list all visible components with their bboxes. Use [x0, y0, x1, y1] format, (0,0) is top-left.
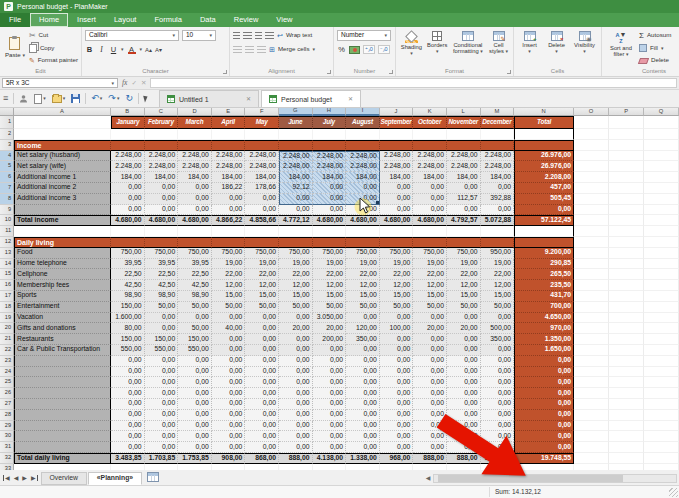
align-right-icon[interactable]	[255, 32, 262, 39]
cell-I28[interactable]: 0,00	[346, 410, 380, 421]
cell-E20[interactable]: 40,00	[212, 323, 246, 334]
cell-F18[interactable]: 50,00	[245, 302, 279, 313]
cell-M28[interactable]: 0,00	[481, 410, 515, 421]
row-header-4[interactable]: 4	[0, 151, 14, 162]
cell-J8[interactable]: 0,00	[380, 194, 414, 205]
row-header-9[interactable]: 9	[0, 205, 14, 216]
cell-D12[interactable]	[178, 237, 212, 248]
cell-D31[interactable]: 0,00	[178, 442, 212, 453]
row-header-7[interactable]: 7	[0, 183, 14, 194]
cell-J29[interactable]: 0,00	[380, 421, 414, 432]
cell-P16[interactable]	[609, 280, 644, 291]
cell-D8[interactable]: 0,00	[178, 194, 212, 205]
font-name-select[interactable]: Calibri▾	[85, 30, 179, 41]
cell-O25[interactable]	[574, 377, 609, 388]
cell-L11[interactable]	[447, 226, 481, 237]
cell-J22[interactable]: 0,00	[380, 345, 414, 356]
cell-L12[interactable]	[447, 237, 481, 248]
cell-N29[interactable]: 0,00	[514, 421, 574, 432]
cell-M5[interactable]: 2.248,00	[481, 161, 515, 172]
cell-D11[interactable]	[178, 226, 212, 237]
cell-B21[interactable]: 150,00	[111, 334, 145, 345]
row-label-8[interactable]: Additional income 3	[14, 194, 111, 205]
cell-Q18[interactable]	[644, 302, 679, 313]
cell-B32[interactable]: 3.483,85	[111, 453, 145, 464]
row-header-26[interactable]: 26	[0, 388, 14, 399]
cell-Q23[interactable]	[644, 356, 679, 367]
cell-C12[interactable]	[145, 237, 179, 248]
cell-H10[interactable]: 4.680,00	[313, 215, 347, 226]
cell-D15[interactable]: 22,50	[178, 269, 212, 280]
cell-styles-button[interactable]: ✎ Cellstyles ▾	[487, 29, 510, 67]
cell-H25[interactable]: 0,00	[313, 377, 347, 388]
row-label-4[interactable]: Net salary (husband)	[14, 151, 111, 162]
cell-O4[interactable]	[574, 151, 609, 162]
cell-E2[interactable]	[212, 129, 246, 140]
row-header-1[interactable]: 1	[0, 116, 14, 129]
cell-C15[interactable]: 22,50	[145, 269, 179, 280]
redo-button[interactable]: ↷▾	[105, 90, 122, 107]
conditional-formatting-button[interactable]: Conditionalformatting ▾	[451, 29, 485, 67]
month-header-february[interactable]: February	[145, 116, 179, 129]
cell-F19[interactable]: 0,00	[245, 313, 279, 324]
cell-L10[interactable]: 4.792,57	[447, 215, 481, 226]
recalculate-button[interactable]: ↻	[122, 90, 136, 107]
cell-K12[interactable]	[413, 237, 447, 248]
cell-Q17[interactable]	[644, 291, 679, 302]
cell-L26[interactable]: 0,00	[447, 388, 481, 399]
month-header-august[interactable]: August	[346, 116, 380, 129]
decrease-decimals-button[interactable]: ⁻٫0	[378, 45, 390, 55]
cell-P6[interactable]	[609, 172, 644, 183]
cell-P5[interactable]	[609, 161, 644, 172]
cell-G16[interactable]: 12,00	[279, 280, 313, 291]
chevron-down-icon[interactable]: ▾	[121, 47, 124, 52]
cell-H29[interactable]: 0,00	[313, 421, 347, 432]
cell-E19[interactable]: 0,00	[212, 313, 246, 324]
cell-C4[interactable]: 2.248,00	[145, 151, 179, 162]
cell-G17[interactable]: 15,00	[279, 291, 313, 302]
row-header-22[interactable]: 22	[0, 345, 14, 356]
cell-Q4[interactable]	[644, 151, 679, 162]
cell-O26[interactable]	[574, 388, 609, 399]
insert-sheet-button[interactable]	[147, 472, 159, 484]
cell-O16[interactable]	[574, 280, 609, 291]
row-header-3[interactable]: 3	[0, 140, 14, 151]
row-label-30[interactable]	[14, 431, 111, 442]
cell-N6[interactable]: 2.208,00	[514, 172, 574, 183]
wrap-text-button[interactable]: ↩Wrap text	[277, 30, 312, 41]
cell-M29[interactable]: 0,00	[481, 421, 515, 432]
cell-E16[interactable]: 12,00	[212, 280, 246, 291]
cell-M24[interactable]: 0,00	[481, 367, 515, 378]
column-header-G[interactable]: G	[279, 108, 313, 116]
column-header-O[interactable]: O	[574, 108, 609, 116]
cell-Q6[interactable]	[644, 172, 679, 183]
cell-H30[interactable]: 0,00	[313, 431, 347, 442]
insert-function-button[interactable]: fx	[122, 79, 127, 87]
cell-G2[interactable]	[279, 129, 313, 140]
fill-button[interactable]: Fill ▾	[639, 43, 671, 54]
cell-J5[interactable]: 2.248,00	[380, 161, 414, 172]
cell-H3[interactable]	[313, 140, 347, 151]
cell-Q9[interactable]	[644, 205, 679, 216]
cell-Q25[interactable]	[644, 377, 679, 388]
align-middle-icon[interactable]	[245, 46, 254, 53]
cell-P8[interactable]	[609, 194, 644, 205]
cell-J21[interactable]: 0,00	[380, 334, 414, 345]
cell-C26[interactable]: 0,00	[145, 388, 179, 399]
cell-G7[interactable]: 92,12	[279, 183, 313, 194]
cell-F5[interactable]: 2.248,00	[245, 161, 279, 172]
cell-N10[interactable]: 57.122,45	[514, 215, 574, 226]
cell-N20[interactable]: 970,00	[514, 323, 574, 334]
cell-K7[interactable]: 0,00	[413, 183, 447, 194]
cell-I8[interactable]: 0,00	[346, 194, 380, 205]
cell-F28[interactable]: 0,00	[245, 410, 279, 421]
cell-P17[interactable]	[609, 291, 644, 302]
cell-P15[interactable]	[609, 269, 644, 280]
cell-C32[interactable]: 1.703,85	[145, 453, 179, 464]
cell-C18[interactable]: 50,00	[145, 302, 179, 313]
cell-J13[interactable]: 750,00	[380, 248, 414, 259]
cell-M23[interactable]: 0,00	[481, 356, 515, 367]
document-tab-untitled-1[interactable]: Untitled 1✕	[159, 90, 259, 107]
cell-O17[interactable]	[574, 291, 609, 302]
cell-D21[interactable]: 150,00	[178, 334, 212, 345]
